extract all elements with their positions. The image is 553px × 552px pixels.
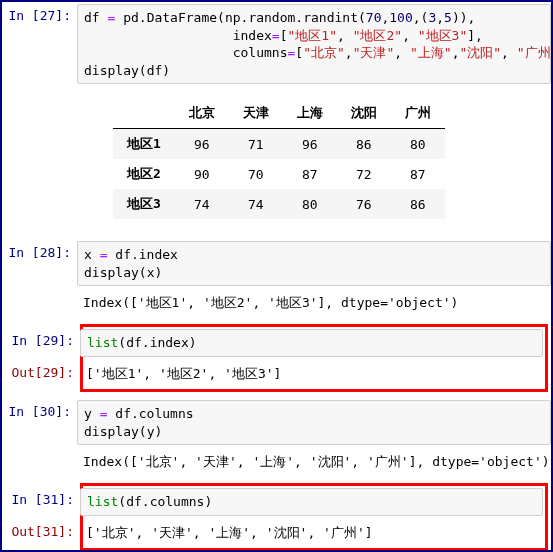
code-input[interactable]: x = df.index display(x) [77, 241, 551, 286]
empty-prompt [2, 88, 77, 231]
empty-prompt [2, 290, 77, 316]
stream-output: Index(['北京', '天津', '上海', '沈阳', '广州'], dt… [77, 449, 553, 475]
cell-31-highlighted: In [31]: list(df.columns) Out[31]: ['北京'… [80, 483, 548, 551]
code-input[interactable]: y = df.columns display(y) [77, 400, 551, 445]
cell-28: In [28]: x = df.index display(x) Index([… [2, 239, 551, 318]
cell-30: In [30]: y = df.columns display(y) Index… [2, 398, 551, 477]
code-input[interactable]: list(df.columns) [80, 488, 543, 516]
result-output: ['北京', '天津', '上海', '沈阳', '广州'] [80, 520, 379, 546]
in-prompt: In [28]: [2, 241, 77, 286]
table-row: 地区29070877287 [113, 159, 445, 189]
table-row: 地区37474807686 [113, 189, 445, 219]
dataframe-output: 北京 天津 上海 沈阳 广州 地区19671968680 地区290708772… [77, 88, 551, 231]
cell-29-highlighted: In [29]: list(df.index) Out[29]: ['地区1',… [80, 324, 548, 392]
cell-27: In [27]: df = pd.DataFrame(np.random.ran… [2, 2, 551, 233]
dataframe-table: 北京 天津 上海 沈阳 广州 地区19671968680 地区290708772… [113, 98, 445, 219]
in-prompt: In [30]: [2, 400, 77, 445]
out-prompt: Out[29]: [5, 361, 80, 387]
empty-prompt [2, 449, 77, 475]
code-input[interactable]: list(df.index) [80, 329, 543, 357]
in-prompt: In [31]: [5, 488, 80, 516]
stream-output: Index(['地区1', '地区2', '地区3'], dtype='obje… [77, 290, 464, 316]
out-prompt: Out[31]: [5, 520, 80, 546]
table-row: 地区19671968680 [113, 129, 445, 160]
code-input[interactable]: df = pd.DataFrame(np.random.randint(70,1… [77, 4, 551, 84]
in-prompt: In [29]: [5, 329, 80, 357]
in-prompt: In [27]: [2, 4, 77, 84]
result-output: ['地区1', '地区2', '地区3'] [80, 361, 287, 387]
